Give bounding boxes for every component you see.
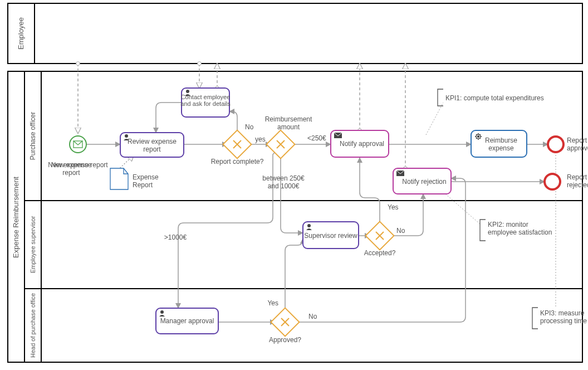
svg-text:between 250€and 1000€: between 250€and 1000€ [262, 174, 305, 190]
pool-employee-label: Employee [17, 17, 25, 50]
svg-text:Contact employeeand ask for de: Contact employeeand ask for details [180, 94, 231, 107]
gateway-report-complete-label: Report complete? [211, 158, 264, 165]
svg-rect-2 [35, 3, 582, 64]
svg-text:KPI3: measureprocessing time: KPI3: measureprocessing time [540, 309, 587, 325]
flow-no3-label: No [308, 313, 317, 320]
task-manager-approval: Manager approval [156, 308, 218, 334]
task-supervisor-review: Supervisor review [303, 222, 359, 249]
gateway-accepted-label: Accepted? [364, 249, 396, 257]
pool-employee: Employee [8, 3, 582, 64]
envelope-icon [334, 133, 342, 138]
flow-lt250-label: <250€ [307, 134, 326, 142]
kpi1-label: KPI1: compute total expenditures [445, 94, 544, 102]
svg-point-39 [307, 224, 311, 227]
flow-yes2-label: Yes [388, 203, 399, 211]
flow-gt1000-label: >1000€ [164, 233, 187, 241]
svg-point-42 [160, 310, 164, 314]
svg-text:Reportrejected: Reportrejected [567, 173, 588, 189]
envelope-icon [396, 171, 404, 176]
task-notify-approval: Notify approval [331, 130, 389, 157]
lane-employee-supervisor-label: Employee supervisor [30, 216, 36, 273]
gateway-approved-label: Approved? [269, 336, 301, 344]
svg-rect-9 [41, 289, 582, 362]
svg-text:Reimburseexpense: Reimburseexpense [485, 137, 517, 152]
bpmn-diagram: Employee Expense Reimbursement Purchase … [0, 0, 588, 370]
flow-no1-label: No [245, 123, 254, 131]
pool-expense-label: Expense Reimbursement [12, 177, 20, 258]
svg-point-44 [548, 137, 564, 152]
task-notify-rejection-label: Notify rejection [402, 178, 446, 186]
svg-point-47 [545, 174, 560, 189]
flow-no2-label: No [396, 227, 405, 235]
svg-rect-13 [50, 160, 106, 162]
svg-point-20 [186, 90, 189, 93]
flow-yes1-label: yes [255, 135, 266, 143]
task-notify-approval-label: Notify approval [340, 140, 384, 148]
lane-purchase-officer-label: Purchase officer [29, 112, 37, 160]
task-notify-rejection: Notify rejection [393, 168, 451, 194]
lane-head-of-purchase-label: Head of purchase office [30, 293, 36, 358]
flow-yes3-label: Yes [267, 299, 278, 307]
task-manager-approval-label: Manager approval [160, 317, 214, 325]
task-supervisor-review-label: Supervisor review [304, 232, 357, 240]
svg-point-33 [478, 136, 479, 138]
svg-text:Reportapproved: Reportapproved [567, 137, 588, 152]
